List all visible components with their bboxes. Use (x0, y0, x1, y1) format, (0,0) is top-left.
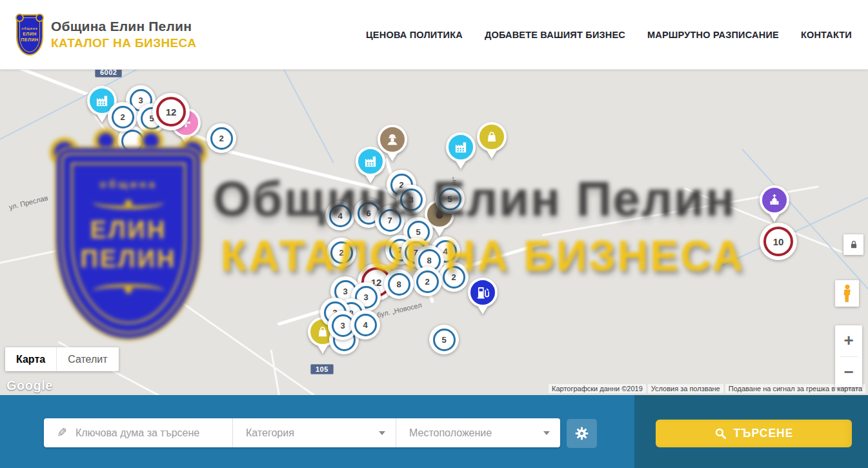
cluster-marker[interactable]: 4 (325, 201, 355, 230)
map-attribution: Картографски данни ©2019 Условия за полз… (549, 384, 865, 393)
site-subtitle: КАТАЛОГ НА БИЗНЕСА (51, 36, 196, 50)
logo-text-line2: ПЕЛИН (21, 37, 38, 43)
settings-button[interactable] (567, 419, 597, 448)
google-logo[interactable]: Google (6, 378, 53, 393)
site-header: община ЕЛИН ПЕЛИН Община Елин Пелин КАТА… (0, 0, 868, 70)
cluster-count: 4 (329, 205, 352, 227)
site-logo[interactable]: община ЕЛИН ПЕЛИН Община Елин Пелин КАТА… (16, 14, 196, 56)
search-button-label: ТЪРСЕНЕ (734, 427, 794, 440)
map-clusters-layer: 32512223546752274822128338334510 (0, 70, 868, 395)
gear-icon (574, 426, 589, 441)
cluster-count: 3 (400, 188, 423, 211)
search-fields-group: ✎ Категория Местоположение (44, 418, 560, 447)
municipality-crest-logo: община ЕЛИН ПЕЛИН (16, 14, 43, 56)
nav-pricing-policy[interactable]: ЦЕНОВА ПОЛИТИКА (366, 30, 463, 40)
attribution-terms-link[interactable]: Условия за ползване (648, 384, 723, 393)
pegman-icon (842, 284, 853, 303)
cluster-count: 2 (443, 266, 465, 289)
cluster-marker[interactable]: 2 (439, 262, 469, 292)
chevron-down-icon (543, 431, 550, 435)
cluster-marker[interactable]: 12 (152, 93, 190, 130)
chevron-down-icon (379, 431, 385, 435)
keyword-field: ✎ (44, 418, 232, 447)
cluster-marker[interactable]: 5 (435, 184, 465, 214)
cluster-count (121, 130, 144, 152)
cluster-marker[interactable]: 2 (207, 123, 236, 153)
map-type-satellite-button[interactable]: Сателит (57, 347, 118, 371)
zoom-in-button[interactable]: + (835, 325, 862, 356)
cluster-count: 4 (354, 314, 377, 336)
map-canvas[interactable]: 32512223546752274822128338334510 община … (0, 70, 868, 395)
main-nav: ЦЕНОВА ПОЛИТИКА ДОБАВЕТЕ ВАШИЯТ БИЗНЕС М… (366, 30, 852, 40)
cluster-count: 2 (416, 270, 439, 293)
map-type-control: Карта Сателит (5, 347, 119, 371)
logo-text-top: община (21, 26, 37, 30)
cluster-marker[interactable]: 2 (327, 238, 356, 267)
cluster-count: 10 (763, 227, 793, 256)
logo-text-line1: ЕЛИН (23, 32, 37, 37)
category-select[interactable]: Категория (232, 418, 396, 447)
location-select-value: Местоположение (409, 427, 492, 439)
site-title: Община Елин Пелин (51, 19, 196, 34)
cluster-marker[interactable]: 4 (350, 310, 380, 340)
search-button[interactable]: ТЪРСЕНЕ (656, 420, 852, 447)
lock-button[interactable] (843, 234, 863, 255)
nav-route-schedule[interactable]: МАРШРУТНО РАЗПИСАНИЕ (647, 30, 779, 40)
cluster-marker[interactable]: 10 (760, 223, 797, 260)
pencil-icon: ✎ (57, 425, 67, 440)
zoom-control: + − (835, 325, 862, 387)
cluster-marker[interactable]: 8 (384, 269, 414, 299)
cluster-marker[interactable]: 5 (429, 325, 459, 354)
cluster-marker[interactable]: 2 (412, 267, 442, 296)
cluster-count: 5 (433, 329, 456, 351)
cluster-count: 7 (379, 209, 401, 232)
keyword-input[interactable] (76, 427, 223, 439)
cluster-count: 5 (439, 188, 461, 210)
zoom-out-button[interactable]: − (835, 357, 862, 388)
cluster-count: 2 (112, 106, 134, 128)
attribution-copyright: Картографски данни ©2019 (549, 384, 646, 393)
cluster-count: 8 (388, 273, 410, 296)
cluster-marker[interactable]: 2 (108, 102, 137, 132)
pegman-control[interactable] (835, 280, 859, 307)
magnifier-icon (714, 427, 727, 440)
category-select-value: Категория (246, 427, 294, 439)
cluster-marker[interactable]: 7 (375, 205, 405, 235)
nav-contacts[interactable]: КОНТАКТИ (801, 30, 852, 40)
search-bar: ✎ Категория Местоположение (0, 395, 868, 468)
nav-add-your-business[interactable]: ДОБАВЕТЕ ВАШИЯТ БИЗНЕС (485, 30, 625, 40)
cluster-count: 2 (210, 127, 233, 150)
map-type-map-button[interactable]: Карта (5, 347, 57, 371)
cluster-count: 12 (156, 97, 186, 127)
location-select[interactable]: Местоположение (396, 418, 560, 447)
cluster-count: 2 (330, 241, 353, 264)
lock-icon (849, 239, 858, 250)
